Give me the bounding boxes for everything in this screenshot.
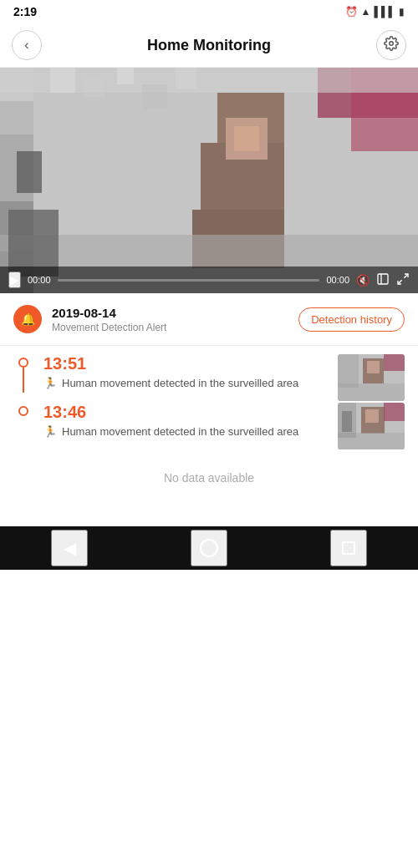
timeline-dot-2 (18, 406, 28, 416)
gear-icon (384, 36, 399, 54)
thumb-image-1 (338, 354, 405, 401)
svg-rect-21 (117, 68, 134, 84)
svg-rect-42 (342, 411, 352, 432)
camera-feed-svg (0, 68, 418, 293)
motion-icon-1: 🏃 (43, 377, 57, 389)
alarm-icon: ⏰ (345, 6, 358, 18)
video-player: ▶ 00:00 00:00 🔇 (0, 68, 418, 293)
svg-line-27 (398, 280, 402, 284)
svg-rect-34 (338, 354, 359, 388)
back-icon: ‹ (24, 38, 28, 53)
svg-line-26 (404, 274, 408, 278)
fullscreen-button[interactable] (396, 272, 410, 288)
svg-rect-20 (84, 76, 104, 97)
back-nav-button[interactable]: ◀ (51, 530, 88, 566)
settings-button[interactable] (376, 30, 406, 60)
thumb-svg-1 (338, 354, 405, 401)
signal-icon: ▌▌▌ (374, 6, 395, 18)
events-section: 13:51 🏃 Human movement detected in the s… (0, 346, 418, 526)
screenshot-button[interactable] (376, 272, 390, 288)
motion-icon-2: 🏃 (43, 425, 57, 438)
event-thumbnail-1[interactable] (338, 354, 405, 401)
svg-rect-38 (365, 409, 379, 423)
total-time: 00:00 (326, 275, 349, 285)
svg-rect-31 (367, 361, 380, 373)
play-icon: ▶ (10, 273, 19, 287)
timeline-line-1 (23, 368, 24, 393)
timeline-col-1 (13, 354, 33, 393)
home-nav-icon (200, 539, 218, 557)
recent-nav-button[interactable] (330, 530, 367, 566)
no-data-label: No data available (13, 451, 405, 518)
event-time-2: 13:46 (43, 403, 331, 422)
svg-rect-39 (384, 403, 405, 421)
home-nav-button[interactable] (191, 530, 227, 566)
event-thumbnail-2[interactable] (338, 403, 405, 449)
play-button[interactable]: ▶ (8, 272, 21, 288)
status-bar: 2:19 ⏰ ▲ ▌▌▌ ▮ (0, 0, 418, 23)
svg-point-0 (390, 42, 394, 46)
bell-icon: 🔔 (21, 312, 35, 326)
mute-button[interactable]: 🔇 (356, 274, 370, 287)
event-time-1: 13:51 (43, 354, 331, 373)
svg-rect-23 (176, 68, 196, 89)
bottom-nav: ◀ (0, 526, 418, 570)
status-time: 2:19 (13, 5, 37, 18)
alert-section: 🔔 2019-08-14 Movement Detection Alert De… (0, 293, 418, 346)
battery-icon: ▮ (399, 6, 405, 18)
timeline-dot-1 (18, 358, 28, 368)
svg-rect-22 (142, 84, 167, 109)
thumb-image-2 (338, 403, 405, 449)
status-icons: ⏰ ▲ ▌▌▌ ▮ (345, 6, 405, 18)
back-button[interactable]: ‹ (12, 30, 42, 60)
event-row: 13:51 🏃 Human movement detected in the s… (13, 354, 405, 403)
alert-date: 2019-08-14 (52, 306, 298, 320)
svg-rect-19 (50, 68, 75, 93)
page-title: Home Monitoring (147, 37, 271, 54)
event-content-1: 13:51 🏃 Human movement detected in the s… (43, 354, 331, 403)
back-nav-icon: ◀ (64, 538, 76, 558)
svg-rect-4 (0, 101, 33, 135)
video-controls: ▶ 00:00 00:00 🔇 (0, 266, 418, 293)
wifi-icon: ▲ (361, 6, 371, 18)
svg-rect-17 (17, 151, 42, 193)
detection-history-button[interactable]: Detection history (298, 307, 405, 332)
timeline-col-2 (13, 403, 33, 416)
alert-info: 2019-08-14 Movement Detection Alert (52, 306, 298, 333)
alert-subtitle: Movement Detection Alert (52, 322, 298, 333)
progress-bar[interactable] (58, 279, 320, 282)
top-nav: ‹ Home Monitoring (0, 23, 418, 68)
event-desc-2: 🏃 Human movement detected in the surveil… (43, 425, 331, 438)
svg-rect-24 (378, 274, 388, 284)
alert-icon: 🔔 (13, 305, 42, 333)
svg-rect-32 (384, 354, 405, 371)
event-desc-1: 🏃 Human movement detected in the surveil… (43, 377, 331, 389)
video-feed (0, 68, 418, 293)
current-time: 00:00 (28, 275, 51, 285)
thumb-svg-2 (338, 403, 405, 449)
event-row-2: 13:46 🏃 Human movement detected in the s… (13, 403, 405, 451)
recent-nav-icon (342, 541, 355, 555)
svg-rect-12 (234, 126, 259, 151)
event-content-2: 13:46 🏃 Human movement detected in the s… (43, 403, 331, 451)
